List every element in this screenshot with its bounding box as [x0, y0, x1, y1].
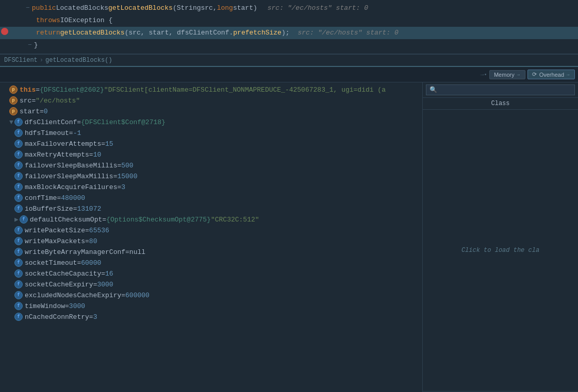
breadcrumb-class[interactable]: DFSClient [4, 57, 38, 64]
bottom-panel: p this = {DFSClient@2602} "DFSClient[cli… [0, 82, 578, 392]
var-row-defaultChecksumOpt[interactable]: ▶ f defaultChecksumOpt = {Options$Checks… [0, 214, 422, 225]
right-panel: 🔍 Class Click to load the cla https://bl… [423, 82, 578, 392]
class-header-label: Class [491, 100, 509, 107]
paren-close: ) [253, 3, 257, 13]
variables-panel: p this = {DFSClient@2602} "DFSClient[cli… [0, 82, 423, 392]
inline-comment-src1: src: "/ec/hosts" [268, 3, 332, 13]
toolbar-pin-icon: →• [481, 72, 487, 78]
var-icon-maxRetryAttempts: f [14, 150, 23, 159]
search-input[interactable] [439, 87, 571, 94]
code-line-1: − public LocatedBlocks getLocatedBlocks … [0, 2, 578, 14]
var-name-excludedNodesCacheExpiry: excludedNodesCacheExpiry [25, 291, 121, 300]
var-name-writeByteArrayManagerConf: writeByteArrayManagerConf [25, 247, 125, 257]
var-expand-defaultChecksumOpt[interactable]: ▶ [14, 215, 19, 225]
var-name-this: this [20, 85, 36, 95]
var-name-socketCacheExpiry: socketCacheExpiry [25, 280, 93, 289]
var-icon-socketCacheExpiry: f [14, 280, 23, 288]
var-name-maxBlockAcquireFailures: maxBlockAcquireFailures [25, 182, 117, 192]
var-name-writePacketSize: writePacketSize [25, 226, 85, 235]
var-row-excludedNodesCacheExpiry[interactable]: f excludedNodesCacheExpiry = 600000 [0, 290, 422, 301]
code-fold-1[interactable]: − [26, 3, 30, 13]
var-row-failoverSleepBaseMillis[interactable]: f failoverSleepBaseMillis = 500 [0, 160, 422, 171]
breadcrumb-separator: › [40, 57, 43, 64]
var-icon-dfsClientConf: f [14, 118, 23, 126]
var-name-writeMaxPackets: writeMaxPackets [25, 236, 85, 246]
breakpoint-icon[interactable] [1, 28, 8, 35]
var-row-start[interactable]: p start = 0 [0, 106, 422, 117]
var-row-src[interactable]: p src = "/ec/hosts" [0, 95, 422, 106]
search-input-wrap[interactable]: 🔍 [426, 84, 575, 95]
var-name-maxRetryAttempts: maxRetryAttempts [25, 150, 89, 160]
inline-comment-start2: start: 0 [366, 28, 398, 38]
click-to-load-text[interactable]: Click to load the cla [461, 247, 539, 254]
search-bar: 🔍 [423, 82, 578, 98]
var-name-timeWindow: timeWindow [25, 301, 65, 311]
var-icon-excludedNodesCacheExpiry: f [14, 291, 23, 299]
keyword-long: long [217, 3, 233, 13]
var-row-timeWindow[interactable]: f timeWindow = 3000 [0, 301, 422, 312]
class-header: Class [423, 98, 578, 110]
var-name-confTime: confTime [25, 193, 57, 203]
var-row-socketCacheCapacity[interactable]: f socketCacheCapacity = 16 [0, 268, 422, 279]
call-args: (src, start, dfsClientConf. [125, 28, 234, 38]
var-icon-failoverSleepBaseMillis: f [14, 161, 23, 169]
overhead-label: Overhead [539, 72, 564, 78]
var-expand-dfsClientConf[interactable]: ▼ [9, 117, 13, 127]
var-icon-hdfsTimeout: f [14, 129, 23, 137]
var-row-ioBufferSize[interactable]: f ioBufferSize = 131072 [0, 203, 422, 214]
var-row-maxRetryAttempts[interactable]: f maxRetryAttempts = 10 [0, 149, 422, 160]
var-icon-timeWindow: f [14, 302, 23, 310]
var-icon-nCachedConnRetry: f [14, 313, 23, 321]
var-name-socketCacheCapacity: socketCacheCapacity [25, 269, 101, 279]
var-row-hdfsTimeout[interactable]: f hdfsTimeout = -1 [0, 128, 422, 139]
var-name-failoverSleepBaseMillis: failoverSleepBaseMillis [25, 161, 117, 171]
exception-type: IOException { [60, 15, 112, 26]
param-type-string: String [177, 3, 201, 13]
var-icon-defaultChecksumOpt: f [20, 215, 28, 224]
var-name-dfsClientConf: dfsClientConf [25, 117, 77, 127]
var-name-failoverSleepMaxMillis: failoverSleepMaxMillis [25, 172, 113, 181]
var-row-failoverSleepMaxMillis[interactable]: f failoverSleepMaxMillis = 15000 [0, 171, 422, 182]
toolbar: →• Memory → ⟳ Overhead → [0, 67, 578, 82]
vars-container: p this = {DFSClient@2602} "DFSClient[cli… [0, 84, 422, 322]
var-icon-writeMaxPackets: f [14, 237, 23, 245]
overhead-arrow: → [566, 72, 570, 77]
param-start: start [233, 3, 253, 13]
var-row-maxFailoverAttempts[interactable]: f maxFailoverAttempts = 15 [0, 139, 422, 149]
method-name-getlocatedblocks: getLocatedBlocks [108, 3, 173, 13]
var-row-writeByteArrayManagerConf[interactable]: f writeByteArrayManagerConf = null [0, 247, 422, 258]
var-name-socketTimeout: socketTimeout [25, 258, 77, 268]
breadcrumb-bar: DFSClient › getLocatedBlocks() [0, 54, 578, 67]
return-type: LocatedBlocks [56, 3, 108, 13]
var-row-nCachedConnRetry[interactable]: f nCachedConnRetry = 3 [0, 312, 422, 322]
var-icon-start: p [9, 107, 18, 115]
var-name-src: src [20, 96, 31, 106]
code-line-3: return getLocatedBlocks (src, start, dfs… [0, 27, 578, 39]
overhead-button[interactable]: ⟳ Overhead → [527, 70, 575, 79]
overhead-icon-circle: ⟳ [532, 71, 537, 78]
var-row-writePacketSize[interactable]: f writePacketSize = 65536 [0, 225, 422, 236]
var-name-hdfsTimeout: hdfsTimeout [25, 128, 69, 138]
var-row-socketTimeout[interactable]: f socketTimeout = 60000 [0, 258, 422, 268]
var-icon-this: p [9, 86, 18, 94]
var-name-defaultChecksumOpt: defaultChecksumOpt [30, 215, 102, 225]
memory-label: Memory [494, 72, 515, 78]
var-row-socketCacheExpiry[interactable]: f socketCacheExpiry = 3000 [0, 279, 422, 290]
var-row-dfsClientConf[interactable]: ▼ f dfsClientConf = {DFSClient$Conf@2718… [0, 117, 422, 128]
var-icon-maxBlockAcquireFailures: f [14, 183, 23, 191]
keyword-return: return [36, 28, 60, 38]
var-row-this[interactable]: p this = {DFSClient@2602} "DFSClient[cli… [0, 84, 422, 95]
paren-open: ( [173, 3, 177, 13]
code-editor: − public LocatedBlocks getLocatedBlocks … [0, 0, 578, 54]
memory-button[interactable]: Memory → [489, 70, 525, 79]
closing-brace: } [34, 40, 38, 50]
breadcrumb-method[interactable]: getLocatedBlocks() [45, 57, 112, 64]
var-row-maxBlockAcquireFailures[interactable]: f maxBlockAcquireFailures = 3 [0, 182, 422, 193]
var-icon-confTime: f [14, 194, 23, 202]
var-name-ioBufferSize: ioBufferSize [25, 204, 73, 214]
var-icon-ioBufferSize: f [14, 204, 23, 213]
var-name-nCachedConnRetry: nCachedConnRetry [25, 312, 89, 322]
var-row-writeMaxPackets[interactable]: f writeMaxPackets = 80 [0, 236, 422, 247]
var-row-confTime[interactable]: f confTime = 480000 [0, 193, 422, 203]
code-fold-2[interactable]: − [28, 40, 32, 50]
